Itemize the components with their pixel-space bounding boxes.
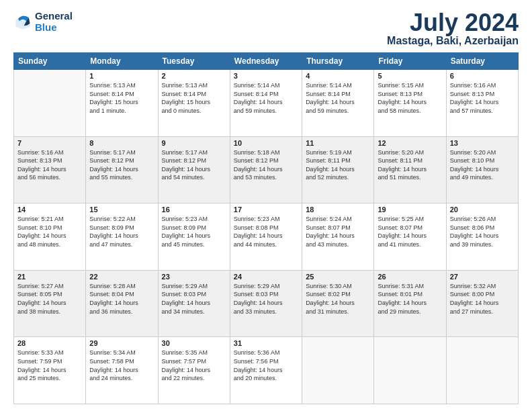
day-number: 26 bbox=[378, 273, 442, 281]
page: General Blue July 2024 Mastaga, Baki, Az… bbox=[0, 0, 532, 411]
day-info: Sunrise: 5:15 AM Sunset: 8:13 PM Dayligh… bbox=[378, 81, 442, 115]
day-number: 28 bbox=[17, 339, 82, 347]
day-info: Sunrise: 5:25 AM Sunset: 8:07 PM Dayligh… bbox=[378, 215, 442, 248]
day-info: Sunrise: 5:23 AM Sunset: 8:08 PM Dayligh… bbox=[234, 215, 298, 248]
table-row: 4Sunrise: 5:14 AM Sunset: 8:14 PM Daylig… bbox=[302, 70, 374, 137]
table-row: 8Sunrise: 5:17 AM Sunset: 8:12 PM Daylig… bbox=[86, 136, 158, 203]
table-row: 29Sunrise: 5:34 AM Sunset: 7:58 PM Dayli… bbox=[86, 337, 158, 404]
day-info: Sunrise: 5:17 AM Sunset: 8:12 PM Dayligh… bbox=[162, 148, 226, 182]
day-info: Sunrise: 5:31 AM Sunset: 8:01 PM Dayligh… bbox=[378, 282, 442, 316]
day-number: 15 bbox=[89, 205, 154, 214]
day-number: 3 bbox=[234, 72, 298, 80]
table-row: 1Sunrise: 5:13 AM Sunset: 8:14 PM Daylig… bbox=[86, 70, 158, 137]
header: General Blue July 2024 Mastaga, Baki, Az… bbox=[13, 11, 519, 47]
day-info: Sunrise: 5:30 AM Sunset: 8:02 PM Dayligh… bbox=[306, 282, 370, 316]
logo-text: General Blue bbox=[35, 11, 73, 33]
table-row: 18Sunrise: 5:24 AM Sunset: 8:07 PM Dayli… bbox=[302, 203, 374, 271]
table-row: 14Sunrise: 5:21 AM Sunset: 8:10 PM Dayli… bbox=[14, 203, 86, 271]
day-number: 14 bbox=[17, 205, 82, 214]
day-info: Sunrise: 5:13 AM Sunset: 8:14 PM Dayligh… bbox=[162, 81, 226, 115]
day-number: 13 bbox=[450, 139, 515, 147]
col-saturday: Saturday bbox=[446, 53, 518, 70]
table-row: 19Sunrise: 5:25 AM Sunset: 8:07 PM Dayli… bbox=[374, 203, 446, 271]
table-row: 12Sunrise: 5:20 AM Sunset: 8:11 PM Dayli… bbox=[374, 136, 446, 203]
table-row: 20Sunrise: 5:26 AM Sunset: 8:06 PM Dayli… bbox=[446, 203, 518, 271]
calendar-week-row: 1Sunrise: 5:13 AM Sunset: 8:14 PM Daylig… bbox=[14, 70, 519, 137]
col-wednesday: Wednesday bbox=[230, 53, 302, 70]
table-row bbox=[446, 337, 518, 404]
table-row: 6Sunrise: 5:16 AM Sunset: 8:13 PM Daylig… bbox=[446, 70, 518, 137]
day-info: Sunrise: 5:23 AM Sunset: 8:09 PM Dayligh… bbox=[162, 215, 226, 248]
logo: General Blue bbox=[13, 11, 73, 33]
day-number: 20 bbox=[450, 205, 515, 214]
calendar-header-row: Sunday Monday Tuesday Wednesday Thursday… bbox=[14, 53, 519, 70]
title-area: July 2024 Mastaga, Baki, Azerbaijan bbox=[387, 11, 519, 47]
table-row: 11Sunrise: 5:19 AM Sunset: 8:11 PM Dayli… bbox=[302, 136, 374, 203]
logo-general-text: General bbox=[35, 11, 73, 22]
table-row: 23Sunrise: 5:29 AM Sunset: 8:03 PM Dayli… bbox=[158, 270, 230, 337]
logo-blue-text: Blue bbox=[35, 22, 73, 34]
table-row: 5Sunrise: 5:15 AM Sunset: 8:13 PM Daylig… bbox=[374, 70, 446, 137]
day-info: Sunrise: 5:29 AM Sunset: 8:03 PM Dayligh… bbox=[162, 282, 226, 316]
day-info: Sunrise: 5:21 AM Sunset: 8:10 PM Dayligh… bbox=[17, 215, 82, 248]
table-row: 3Sunrise: 5:14 AM Sunset: 8:14 PM Daylig… bbox=[230, 70, 302, 137]
day-number: 7 bbox=[17, 139, 82, 147]
col-thursday: Thursday bbox=[302, 53, 374, 70]
day-number: 5 bbox=[378, 72, 442, 80]
table-row bbox=[14, 70, 86, 137]
table-row: 15Sunrise: 5:22 AM Sunset: 8:09 PM Dayli… bbox=[86, 203, 158, 271]
table-row bbox=[302, 337, 374, 404]
calendar-week-row: 14Sunrise: 5:21 AM Sunset: 8:10 PM Dayli… bbox=[14, 203, 519, 271]
day-info: Sunrise: 5:34 AM Sunset: 7:58 PM Dayligh… bbox=[89, 349, 154, 382]
table-row: 31Sunrise: 5:36 AM Sunset: 7:56 PM Dayli… bbox=[230, 337, 302, 404]
day-info: Sunrise: 5:20 AM Sunset: 8:10 PM Dayligh… bbox=[450, 148, 515, 182]
table-row: 27Sunrise: 5:32 AM Sunset: 8:00 PM Dayli… bbox=[446, 270, 518, 337]
day-number: 30 bbox=[162, 339, 226, 347]
day-info: Sunrise: 5:14 AM Sunset: 8:14 PM Dayligh… bbox=[234, 81, 298, 115]
table-row: 7Sunrise: 5:16 AM Sunset: 8:13 PM Daylig… bbox=[14, 136, 86, 203]
day-info: Sunrise: 5:24 AM Sunset: 8:07 PM Dayligh… bbox=[306, 215, 370, 248]
day-info: Sunrise: 5:27 AM Sunset: 8:05 PM Dayligh… bbox=[17, 282, 82, 316]
calendar-week-row: 21Sunrise: 5:27 AM Sunset: 8:05 PM Dayli… bbox=[14, 270, 519, 337]
day-number: 11 bbox=[306, 139, 370, 147]
day-info: Sunrise: 5:18 AM Sunset: 8:12 PM Dayligh… bbox=[234, 148, 298, 182]
day-info: Sunrise: 5:13 AM Sunset: 8:14 PM Dayligh… bbox=[89, 81, 154, 115]
day-number: 17 bbox=[234, 205, 298, 214]
table-row: 13Sunrise: 5:20 AM Sunset: 8:10 PM Dayli… bbox=[446, 136, 518, 203]
day-number: 31 bbox=[234, 339, 298, 347]
day-number: 2 bbox=[162, 72, 226, 80]
day-number: 6 bbox=[450, 72, 515, 80]
day-number: 9 bbox=[162, 139, 226, 147]
table-row: 9Sunrise: 5:17 AM Sunset: 8:12 PM Daylig… bbox=[158, 136, 230, 203]
day-info: Sunrise: 5:28 AM Sunset: 8:04 PM Dayligh… bbox=[89, 282, 154, 316]
day-number: 1 bbox=[89, 72, 154, 80]
day-number: 25 bbox=[306, 273, 370, 281]
table-row: 22Sunrise: 5:28 AM Sunset: 8:04 PM Dayli… bbox=[86, 270, 158, 337]
table-row: 24Sunrise: 5:29 AM Sunset: 8:03 PM Dayli… bbox=[230, 270, 302, 337]
day-number: 23 bbox=[162, 273, 226, 281]
col-monday: Monday bbox=[86, 53, 158, 70]
table-row: 26Sunrise: 5:31 AM Sunset: 8:01 PM Dayli… bbox=[374, 270, 446, 337]
location: Mastaga, Baki, Azerbaijan bbox=[387, 35, 519, 47]
day-info: Sunrise: 5:16 AM Sunset: 8:13 PM Dayligh… bbox=[17, 148, 82, 182]
calendar-week-row: 7Sunrise: 5:16 AM Sunset: 8:13 PM Daylig… bbox=[14, 136, 519, 203]
day-number: 27 bbox=[450, 273, 515, 281]
day-number: 8 bbox=[89, 139, 154, 147]
day-info: Sunrise: 5:20 AM Sunset: 8:11 PM Dayligh… bbox=[378, 148, 442, 182]
calendar-week-row: 28Sunrise: 5:33 AM Sunset: 7:59 PM Dayli… bbox=[14, 337, 519, 404]
day-info: Sunrise: 5:22 AM Sunset: 8:09 PM Dayligh… bbox=[89, 215, 154, 248]
day-info: Sunrise: 5:26 AM Sunset: 8:06 PM Dayligh… bbox=[450, 215, 515, 248]
col-friday: Friday bbox=[374, 53, 446, 70]
day-number: 29 bbox=[89, 339, 154, 347]
month-title: July 2024 bbox=[387, 11, 519, 35]
day-info: Sunrise: 5:14 AM Sunset: 8:14 PM Dayligh… bbox=[306, 81, 370, 115]
table-row: 28Sunrise: 5:33 AM Sunset: 7:59 PM Dayli… bbox=[14, 337, 86, 404]
calendar-table: Sunday Monday Tuesday Wednesday Thursday… bbox=[13, 52, 519, 404]
day-info: Sunrise: 5:17 AM Sunset: 8:12 PM Dayligh… bbox=[89, 148, 154, 182]
table-row: 16Sunrise: 5:23 AM Sunset: 8:09 PM Dayli… bbox=[158, 203, 230, 271]
table-row: 17Sunrise: 5:23 AM Sunset: 8:08 PM Dayli… bbox=[230, 203, 302, 271]
day-number: 24 bbox=[234, 273, 298, 281]
day-info: Sunrise: 5:35 AM Sunset: 7:57 PM Dayligh… bbox=[162, 349, 226, 382]
day-number: 21 bbox=[17, 273, 82, 281]
table-row: 21Sunrise: 5:27 AM Sunset: 8:05 PM Dayli… bbox=[14, 270, 86, 337]
